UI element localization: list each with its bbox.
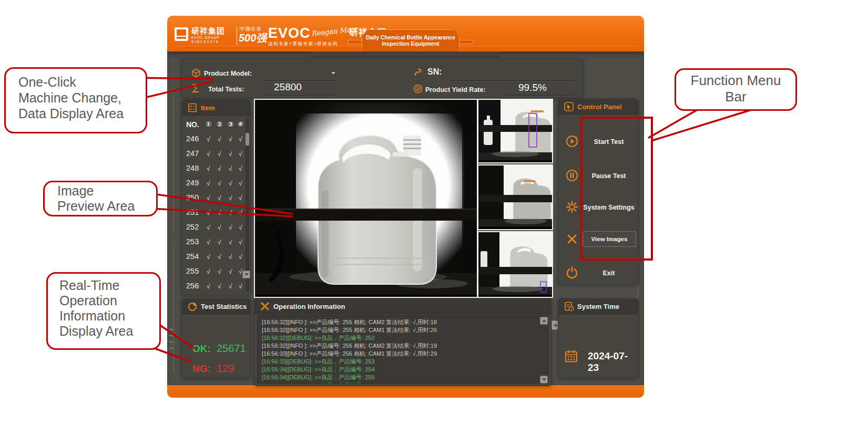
callout-function-menu: Function Menu Bar: [675, 68, 797, 111]
test-statistics-title: Test Statistics: [201, 303, 247, 310]
row-number: 252: [186, 223, 199, 231]
check-mark: √: [229, 194, 232, 202]
col-header-4: ④: [238, 120, 243, 128]
callout-line: Operation: [59, 293, 159, 308]
row-number: 246: [186, 134, 199, 143]
x-icon[interactable]: [565, 232, 579, 246]
table-row[interactable]: 249 √ √ √ √: [182, 176, 246, 191]
item-panel-title: Item: [201, 104, 215, 112]
check-mark: √: [207, 209, 210, 216]
log-line: [16:56:32][INFO ]: >>产品编号: 255 相机: CAM2 …: [262, 318, 544, 326]
exit-button[interactable]: Exit: [581, 269, 636, 277]
table-row[interactable]: 251 √ √ √ √: [182, 205, 246, 220]
control-panel-title: Control Panel: [577, 103, 622, 111]
table-row[interactable]: 256 √ √ √ √: [182, 279, 246, 294]
table-row[interactable]: 252 √ √ √ √: [182, 220, 246, 235]
total-tests-label: Total Tests:: [208, 86, 244, 93]
camera-preview-3[interactable]: [477, 231, 553, 298]
log-area[interactable]: [16:56:32][INFO ]: >>产品编号: 255 相机: CAM2 …: [257, 315, 548, 383]
table-row[interactable]: 250 √ √ √ √: [182, 191, 246, 205]
ng-label: NG:: [192, 363, 211, 375]
check-mark: √: [218, 283, 221, 290]
table-row[interactable]: 254 √ √ √ √: [182, 250, 246, 264]
row-number: 255: [186, 267, 199, 275]
test-statistics-header: Test Statistics: [182, 299, 250, 314]
bezel-decoration: [169, 348, 173, 349]
log-scroll-up-button[interactable]: [540, 317, 548, 325]
logo-since: SINCE1978: [191, 40, 219, 44]
table-row[interactable]: 246 √ √ √ √: [182, 132, 246, 147]
start-icon[interactable]: [565, 134, 579, 148]
check-mark: √: [239, 209, 242, 216]
callout-line: One-Click: [18, 74, 146, 90]
callout-line: Real-Time: [59, 278, 159, 293]
callout-one-click: One-Click Machine Change, Data Display A…: [4, 67, 147, 133]
check-mark: √: [207, 268, 210, 275]
row-number: 248: [186, 164, 199, 172]
check-mark: √: [229, 209, 232, 216]
logo-evoc-wordmark: EVOC: [268, 25, 311, 42]
callout-line: Function Menu: [676, 72, 795, 89]
evoc-logo-mark: [175, 27, 188, 41]
logo-divider: [237, 27, 237, 45]
product-model-icon: [191, 68, 201, 78]
yield-rate-value: 99.5%: [518, 82, 547, 94]
main-camera-view[interactable]: [254, 99, 478, 298]
row-number: 250: [186, 193, 199, 202]
system-time-panel: System Time 2024-07-23: [558, 298, 639, 378]
log-scroll-down-button[interactable]: [540, 376, 548, 383]
logo-group-en: EVOC GROUP: [191, 36, 220, 39]
logo-top500: 500强: [239, 31, 267, 45]
check-mark: √: [207, 136, 210, 143]
calendar-icon: [565, 349, 578, 363]
check-mark: √: [207, 253, 210, 261]
bezel-decoration: [169, 335, 173, 336]
check-mark: √: [218, 150, 221, 158]
table-row[interactable]: 248 √ √ √ √: [182, 161, 246, 176]
col-header-2: ②: [217, 120, 222, 128]
item-scrollbar-thumb[interactable]: [246, 133, 249, 146]
table-row[interactable]: 253 √ √ √ √: [182, 235, 246, 250]
power-icon[interactable]: [565, 266, 579, 279]
app-title-line1: Daily Chemical Bottle Appearance: [362, 34, 459, 40]
check-mark: √: [239, 253, 242, 261]
log-line: [16:56:33][DEBUG]: >>良品，产品编号: 253: [262, 358, 544, 366]
check-mark: √: [229, 253, 232, 261]
check-mark: √: [239, 283, 242, 290]
ok-count: 25671: [217, 343, 246, 355]
check-mark: √: [239, 180, 242, 187]
log-line: [16:56:34][DEBUG]: >>良品，产品编号: 255: [262, 374, 544, 381]
bezel-decoration: [173, 99, 174, 230]
operation-info-icon: [260, 301, 270, 312]
callout-line: Image: [57, 183, 156, 199]
item-table[interactable]: 246 √ √ √ √ 247 √ √ √ √ 248 √ √ √ √: [182, 132, 246, 294]
table-row[interactable]: 247 √ √ √ √: [182, 147, 246, 161]
callout-line: Preview Area: [57, 199, 156, 214]
check-mark: √: [239, 194, 242, 202]
camera-preview-2[interactable]: [477, 164, 553, 230]
total-tests-icon: [191, 83, 200, 94]
check-mark: √: [207, 150, 210, 158]
log-line: [16:56:32][DEBUG]: >>良品，产品编号: 252: [262, 334, 544, 342]
item-scroll-down-button[interactable]: [242, 271, 250, 278]
check-mark: √: [218, 253, 221, 261]
product-model-select[interactable]: [263, 80, 337, 81]
operation-information-title: Operation Information: [273, 303, 345, 310]
pause-icon[interactable]: [565, 169, 579, 182]
function-menu-highlight: [580, 117, 653, 261]
check-mark: √: [207, 283, 210, 290]
check-mark: √: [239, 150, 242, 158]
log-line: [16:56:32][INFO ]: >>产品编号: 255 相机: CAM1 …: [262, 326, 544, 334]
check-mark: √: [239, 224, 242, 231]
check-mark: √: [218, 180, 221, 187]
table-row[interactable]: 255 √ √ √ √: [182, 264, 246, 279]
sn-field[interactable]: [450, 80, 574, 81]
arrow-down-icon: [542, 378, 546, 381]
bezel-decoration: [169, 341, 173, 343]
camera-preview-1[interactable]: [477, 99, 553, 163]
check-mark: √: [207, 165, 210, 172]
chevron-down-icon[interactable]: [331, 72, 335, 75]
callout-line: Information: [59, 308, 159, 324]
gear-icon[interactable]: [565, 200, 579, 214]
check-mark: √: [229, 268, 232, 275]
